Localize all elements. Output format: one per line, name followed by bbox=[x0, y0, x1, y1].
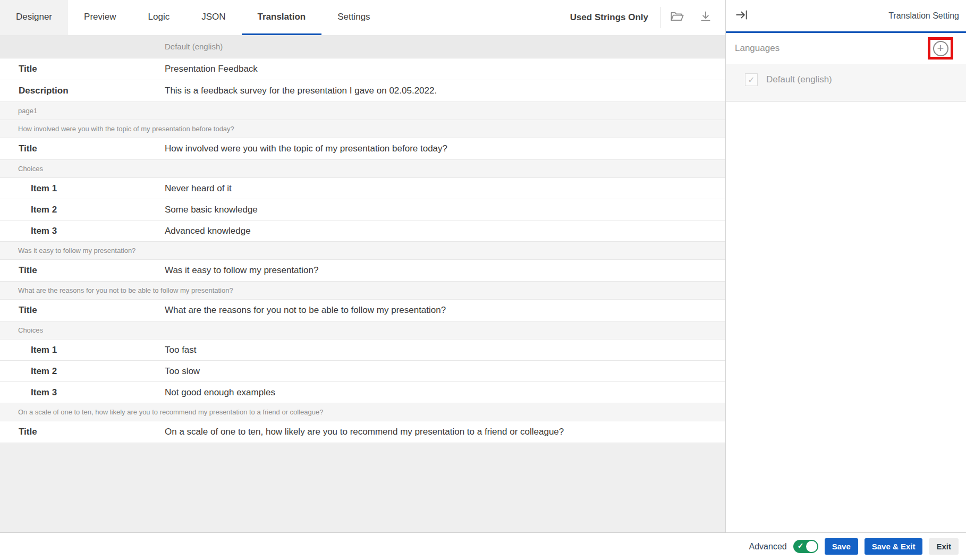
check-icon: ✓ bbox=[798, 541, 804, 550]
translation-value-cell[interactable]: Some basic knowledge bbox=[165, 205, 725, 215]
open-folder-icon bbox=[670, 9, 684, 26]
tab-designer[interactable]: Designer bbox=[0, 0, 68, 35]
row-label: Description bbox=[0, 86, 165, 96]
tab-translation[interactable]: Translation bbox=[242, 0, 322, 35]
translation-value-cell[interactable]: On a scale of one to ten, how likely are… bbox=[165, 427, 725, 437]
table-row: Item 2Too slow bbox=[0, 361, 725, 382]
save-button[interactable]: Save bbox=[825, 538, 858, 555]
advanced-toggle[interactable]: ✓ bbox=[793, 540, 818, 553]
translation-value-cell[interactable]: Advanced knowledge bbox=[165, 226, 725, 236]
table-row: TitleWhat are the reasons for you not to… bbox=[0, 300, 725, 321]
add-language-button[interactable]: + bbox=[933, 41, 948, 56]
section-label: Was it easy to follow my presentation? bbox=[18, 247, 135, 254]
table-row: Item 2Some basic knowledge bbox=[0, 199, 725, 220]
table-section-row: What are the reasons for you not to be a… bbox=[0, 282, 725, 300]
section-label: Choices bbox=[18, 165, 43, 173]
row-label: Item 1 bbox=[0, 183, 165, 194]
table-section-row: How involved were you with the topic of … bbox=[0, 120, 725, 138]
save-exit-button[interactable]: Save & Exit bbox=[865, 538, 923, 555]
section-label: On a scale of one to ten, how likely are… bbox=[18, 408, 324, 416]
exit-button[interactable]: Exit bbox=[929, 538, 959, 555]
collapse-right-icon bbox=[735, 8, 749, 24]
table-section-row: page1 bbox=[0, 102, 725, 120]
row-label: Item 2 bbox=[0, 205, 165, 215]
table-header-row: Default (english) bbox=[0, 35, 725, 58]
row-label: Item 3 bbox=[0, 387, 165, 398]
row-label: Item 1 bbox=[0, 345, 165, 355]
language-list: ✓ Default (english) bbox=[726, 64, 966, 101]
row-label: Title bbox=[0, 265, 165, 276]
row-label: Title bbox=[0, 64, 165, 74]
used-strings-only-button[interactable]: Used Strings Only bbox=[563, 12, 656, 23]
tab-settings[interactable]: Settings bbox=[321, 0, 386, 35]
row-label: Title bbox=[0, 305, 165, 316]
table-row: Item 3Not good enough examples bbox=[0, 382, 725, 403]
section-label: page1 bbox=[18, 107, 37, 115]
languages-header-row: Languages + bbox=[726, 33, 966, 64]
advanced-label: Advanced bbox=[749, 542, 787, 551]
plus-circle-icon: + bbox=[937, 43, 944, 54]
toggle-knob bbox=[806, 541, 817, 552]
panel-title: Translation Setting bbox=[888, 11, 959, 21]
languages-label: Languages bbox=[735, 43, 779, 54]
tab-preview[interactable]: Preview bbox=[68, 0, 132, 35]
table-section-row: On a scale of one to ten, how likely are… bbox=[0, 403, 725, 421]
translation-value-cell[interactable]: Too slow bbox=[165, 366, 725, 377]
table-row: Item 3Advanced knowledge bbox=[0, 220, 725, 242]
translation-value-cell[interactable]: This is a feedback survey for the presen… bbox=[165, 86, 725, 96]
survey-creator-app: Designer Preview Logic JSON Translation … bbox=[0, 0, 966, 560]
translation-value-cell[interactable]: Was it easy to follow my presentation? bbox=[165, 265, 725, 276]
translation-settings-panel: Translation Setting Languages + ✓ Defaul… bbox=[726, 0, 966, 532]
add-language-button-wrap: + bbox=[928, 37, 953, 60]
toolbar-divider bbox=[660, 7, 660, 28]
table-row: TitleOn a scale of one to ten, how likel… bbox=[0, 421, 725, 443]
tab-bar: Designer Preview Logic JSON Translation … bbox=[0, 0, 725, 35]
tab-json[interactable]: JSON bbox=[185, 0, 241, 35]
header-default-language-label: Default (english) bbox=[165, 42, 223, 51]
translation-value-cell[interactable]: Not good enough examples bbox=[165, 387, 725, 398]
translation-toolbar: Used Strings Only bbox=[563, 0, 725, 35]
table-section-row: Choices bbox=[0, 160, 725, 178]
collapse-panel-button[interactable] bbox=[733, 7, 750, 24]
translation-table: Default (english) TitlePresentation Feed… bbox=[0, 35, 725, 532]
language-item-default: ✓ Default (english) bbox=[726, 73, 966, 86]
translation-value-cell[interactable]: Too fast bbox=[165, 345, 725, 355]
tab-logic[interactable]: Logic bbox=[132, 0, 186, 35]
footer-bar: Advanced ✓ Save Save & Exit Exit bbox=[0, 532, 966, 560]
table-row: Item 1Too fast bbox=[0, 340, 725, 361]
table-row: TitleWas it easy to follow my presentati… bbox=[0, 260, 725, 282]
table-section-row: Choices bbox=[0, 321, 725, 340]
table-row: TitlePresentation Feedback bbox=[0, 58, 725, 80]
main-area: Designer Preview Logic JSON Translation … bbox=[0, 0, 726, 532]
translation-value-cell[interactable]: What are the reasons for you not to be a… bbox=[165, 305, 725, 316]
row-label: Title bbox=[0, 427, 165, 437]
row-label: Item 3 bbox=[0, 226, 165, 236]
row-label: Item 2 bbox=[0, 366, 165, 377]
section-label: What are the reasons for you not to be a… bbox=[18, 286, 233, 294]
translation-value-cell[interactable]: Never heard of it bbox=[165, 183, 725, 194]
translation-value-cell[interactable]: How involved were you with the topic of … bbox=[165, 143, 725, 154]
download-icon bbox=[699, 10, 713, 26]
table-row: TitleHow involved were you with the topi… bbox=[0, 138, 725, 160]
check-icon: ✓ bbox=[748, 75, 755, 85]
export-csv-button[interactable] bbox=[693, 5, 718, 30]
translation-value-cell[interactable]: Presentation Feedback bbox=[165, 64, 725, 74]
table-row: Item 1Never heard of it bbox=[0, 178, 725, 199]
import-csv-button[interactable] bbox=[665, 5, 689, 30]
row-label: Title bbox=[0, 143, 165, 154]
panel-header: Translation Setting bbox=[726, 0, 966, 33]
table-section-row: Was it easy to follow my presentation? bbox=[0, 242, 725, 260]
section-label: How involved were you with the topic of … bbox=[18, 125, 234, 133]
section-label: Choices bbox=[18, 326, 43, 334]
default-language-label: Default (english) bbox=[766, 74, 832, 85]
default-language-checkbox: ✓ bbox=[745, 73, 758, 86]
table-row: DescriptionThis is a feedback survey for… bbox=[0, 80, 725, 102]
